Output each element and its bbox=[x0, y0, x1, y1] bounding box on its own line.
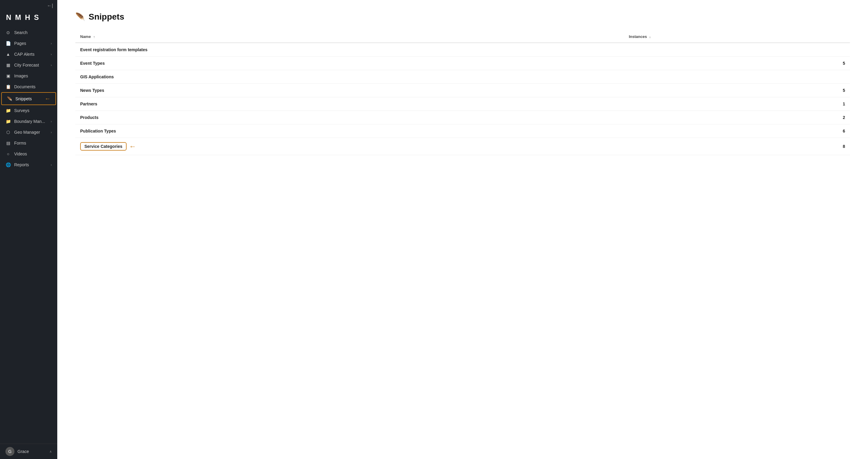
table-row[interactable]: Service Categories←8 bbox=[75, 138, 850, 155]
search-icon: ⊙ bbox=[5, 30, 11, 35]
reports-chevron-icon: › bbox=[51, 163, 52, 167]
surveys-icon: 📁 bbox=[5, 108, 11, 113]
sidebar-item-label-videos: Videos bbox=[14, 152, 52, 156]
table-body: Event registration form templatesEvent T… bbox=[75, 43, 850, 155]
table-cell-instances: 1 bbox=[624, 97, 850, 111]
sidebar-item-label-pages: Pages bbox=[14, 41, 47, 46]
table-cell-instances: 6 bbox=[624, 124, 850, 138]
footer-chevron-icon: ∧ bbox=[50, 450, 52, 454]
sidebar-item-label-forms: Forms bbox=[14, 141, 52, 145]
table-cell-instances: 8 bbox=[624, 138, 850, 155]
sidebar-item-cap-alerts[interactable]: ▲CAP Alerts› bbox=[0, 49, 57, 60]
main-content: 🪶 Snippets Name ↑ Instances ↓ Event regi… bbox=[57, 0, 868, 459]
table-row[interactable]: Event Types5 bbox=[75, 57, 850, 70]
sidebar-item-label-search: Search bbox=[14, 30, 52, 35]
pages-icon: 📄 bbox=[5, 41, 11, 46]
sidebar: ←| N M H S ⊙Search📄Pages›▲CAP Alerts›▦Ci… bbox=[0, 0, 57, 459]
sidebar-item-city-forecast[interactable]: ▦City Forecast› bbox=[0, 60, 57, 70]
instances-column-header[interactable]: Instances ↓ bbox=[624, 31, 850, 43]
service-categories-annotation-arrow: ← bbox=[129, 142, 136, 151]
boundary-manager-icon: 📁 bbox=[5, 119, 11, 124]
videos-icon: ○ bbox=[5, 152, 11, 156]
sidebar-item-surveys[interactable]: 📁Surveys bbox=[0, 105, 57, 116]
table-cell-name: Service Categories← bbox=[75, 138, 624, 155]
sidebar-item-snippets[interactable]: 🪶Snippets← bbox=[1, 92, 56, 105]
sidebar-nav: ⊙Search📄Pages›▲CAP Alerts›▦City Forecast… bbox=[0, 27, 57, 444]
table-header-row: Name ↑ Instances ↓ bbox=[75, 31, 850, 43]
sidebar-item-label-city-forecast: City Forecast bbox=[14, 63, 47, 67]
table-row[interactable]: Products2 bbox=[75, 111, 850, 124]
pages-chevron-icon: › bbox=[51, 41, 52, 45]
table-header: Name ↑ Instances ↓ bbox=[75, 31, 850, 43]
sidebar-item-label-geo-manager: Geo Manager bbox=[14, 130, 47, 135]
sidebar-item-label-snippets: Snippets bbox=[16, 96, 39, 101]
table-row[interactable]: Partners1 bbox=[75, 97, 850, 111]
sidebar-item-geo-manager[interactable]: ⬡Geo Manager› bbox=[0, 127, 57, 138]
table-cell-name: Partners bbox=[75, 97, 624, 111]
sidebar-item-search[interactable]: ⊙Search bbox=[0, 27, 57, 38]
sidebar-item-forms[interactable]: ▤Forms bbox=[0, 138, 57, 149]
boundary-manager-chevron-icon: › bbox=[51, 120, 52, 123]
documents-icon: 📋 bbox=[5, 84, 11, 89]
table-cell-instances bbox=[624, 70, 850, 84]
avatar: G bbox=[5, 447, 14, 456]
sidebar-item-label-documents: Documents bbox=[14, 84, 52, 89]
sidebar-item-label-surveys: Surveys bbox=[14, 108, 52, 113]
sidebar-item-label-boundary-manager: Boundary Man... bbox=[14, 119, 47, 124]
footer-username: Grace bbox=[18, 449, 46, 454]
table-cell-name: Products bbox=[75, 111, 624, 124]
table-cell-name: GIS Applications bbox=[75, 70, 624, 84]
table-row[interactable]: Event registration form templates bbox=[75, 43, 850, 57]
table-cell-name: News Types bbox=[75, 84, 624, 97]
sidebar-item-documents[interactable]: 📋Documents bbox=[0, 81, 57, 92]
forms-icon: ▤ bbox=[5, 141, 11, 145]
reports-icon: 🌐 bbox=[5, 162, 11, 167]
sidebar-logo: N M H S bbox=[0, 10, 57, 27]
instances-sort-icon: ↓ bbox=[649, 35, 651, 38]
geo-manager-icon: ⬡ bbox=[5, 130, 11, 135]
sidebar-top-bar: ←| bbox=[0, 0, 57, 10]
images-icon: ▣ bbox=[5, 73, 11, 78]
sidebar-item-label-reports: Reports bbox=[14, 162, 47, 167]
collapse-button[interactable]: ←| bbox=[47, 3, 53, 8]
table-row[interactable]: GIS Applications bbox=[75, 70, 850, 84]
cap-alerts-icon: ▲ bbox=[5, 52, 11, 57]
sidebar-item-boundary-manager[interactable]: 📁Boundary Man...› bbox=[0, 116, 57, 127]
sidebar-item-pages[interactable]: 📄Pages› bbox=[0, 38, 57, 49]
geo-manager-chevron-icon: › bbox=[51, 130, 52, 134]
cap-alerts-chevron-icon: › bbox=[51, 53, 52, 56]
snippets-page-icon: 🪶 bbox=[75, 12, 85, 22]
sidebar-item-images[interactable]: ▣Images bbox=[0, 70, 57, 81]
page-header: 🪶 Snippets bbox=[75, 12, 850, 22]
city-forecast-chevron-icon: › bbox=[51, 63, 52, 67]
table-row[interactable]: Publication Types6 bbox=[75, 124, 850, 138]
city-forecast-icon: ▦ bbox=[5, 63, 11, 67]
sidebar-item-label-images: Images bbox=[14, 73, 52, 78]
snippets-table: Name ↑ Instances ↓ Event registration fo… bbox=[75, 31, 850, 155]
table-row[interactable]: News Types5 bbox=[75, 84, 850, 97]
table-cell-name: Event Types bbox=[75, 57, 624, 70]
name-sort-icon: ↑ bbox=[93, 35, 95, 38]
snippets-icon: 🪶 bbox=[7, 96, 12, 101]
name-column-header[interactable]: Name ↑ bbox=[75, 31, 624, 43]
page-title: Snippets bbox=[89, 12, 124, 22]
snippets-annotation-arrow: ← bbox=[44, 95, 51, 102]
sidebar-item-reports[interactable]: 🌐Reports› bbox=[0, 159, 57, 170]
table-cell-instances: 5 bbox=[624, 84, 850, 97]
table-cell-instances: 2 bbox=[624, 111, 850, 124]
table-cell-instances bbox=[624, 43, 850, 57]
table-cell-name: Event registration form templates bbox=[75, 43, 624, 57]
sidebar-item-label-cap-alerts: CAP Alerts bbox=[14, 52, 47, 57]
service-categories-label: Service Categories bbox=[80, 142, 127, 151]
table-cell-instances: 5 bbox=[624, 57, 850, 70]
sidebar-footer[interactable]: G Grace ∧ bbox=[0, 444, 57, 459]
sidebar-item-videos[interactable]: ○Videos bbox=[0, 149, 57, 159]
table-cell-name: Publication Types bbox=[75, 124, 624, 138]
